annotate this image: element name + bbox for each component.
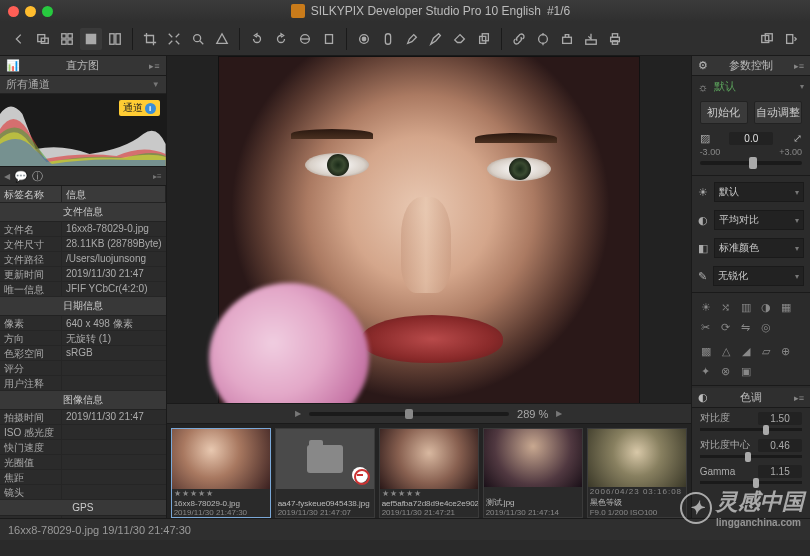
exposure-value[interactable]: 0.0 [729, 132, 773, 145]
thumbnail-1[interactable]: aa47-fyskeue0945438.jpg 2019/11/30 21:47… [275, 428, 375, 518]
thumbnail-4[interactable]: 2006/04/23 03:16:08 黑色等级 F9.0 1/200 ISO1… [587, 428, 687, 518]
thumb-stars [276, 489, 374, 499]
right-panel: ⚙ 参数控制 ▸≡ ☼ 默认 ▾ 初始化 自动调整 ▨ 0.0 ⤢ -3.00 … [691, 56, 810, 518]
statusbar: 16xx8-78029-0.jpg 19/11/30 21:47:30 [0, 518, 810, 540]
tool-wb[interactable]: ◑ [758, 299, 774, 315]
print-button[interactable] [604, 28, 626, 50]
exposure-min: -3.00 [700, 147, 721, 157]
metadata-header-row: 标签名称 信息 [0, 186, 166, 203]
grid-tool-button[interactable] [56, 28, 78, 50]
spot-tool-button[interactable] [353, 28, 375, 50]
zoom-end-icon[interactable]: ▶ [556, 409, 562, 418]
preset-row: ☼ 默认 ▾ [692, 76, 810, 97]
export-button[interactable] [556, 28, 578, 50]
image-canvas[interactable] [167, 56, 691, 403]
preview-button[interactable] [318, 28, 340, 50]
back-button[interactable] [8, 28, 30, 50]
tool-rotate[interactable]: ⟳ [718, 319, 734, 335]
contrast-center-value[interactable]: 0.46 [758, 439, 802, 452]
wb-row: ☀ 默认▾ [692, 178, 810, 206]
split-view-button[interactable] [104, 28, 126, 50]
healing-tool-button[interactable] [377, 28, 399, 50]
contrast-value[interactable]: 1.50 [758, 412, 802, 425]
tool-lens[interactable]: ◎ [758, 319, 774, 335]
tool-dust[interactable]: ⊗ [718, 363, 734, 379]
tool-chromatic[interactable]: ⊕ [778, 343, 794, 359]
tool-crop[interactable]: ✂ [698, 319, 714, 335]
expand-tool-button[interactable] [163, 28, 185, 50]
link-button[interactable] [508, 28, 530, 50]
tool-hsl[interactable]: ▦ [778, 299, 794, 315]
tool-brightness[interactable]: ☀ [698, 299, 714, 315]
minimize-button[interactable] [25, 6, 36, 17]
single-view-button[interactable] [80, 28, 102, 50]
tool-flip[interactable]: ⇋ [738, 319, 754, 335]
info-icon: i [145, 103, 156, 114]
filmstrip: ★★★★★ 16xx8-78029-0.jpg 2019/11/30 21:47… [167, 423, 691, 518]
crop-tool-button[interactable] [139, 28, 161, 50]
col-val-header: 信息 [62, 186, 166, 202]
preset-label[interactable]: 默认 [714, 79, 794, 94]
rotate-left-button[interactable] [270, 28, 292, 50]
selection-tool-button[interactable] [32, 28, 54, 50]
svg-rect-31 [787, 34, 793, 43]
panel-menu-button-2[interactable]: ▸≡ [153, 172, 162, 181]
exposure-expand-icon[interactable]: ⤢ [793, 132, 802, 145]
comment-icon[interactable]: 💬 [14, 170, 28, 183]
maximize-button[interactable] [42, 6, 53, 17]
wb-combo[interactable]: 默认▾ [714, 182, 804, 202]
close-button[interactable] [8, 6, 19, 17]
thumbnail-3[interactable]: 测试.jpg 2019/11/30 21:47:14 [483, 428, 583, 518]
contrast-center-slider[interactable] [700, 455, 802, 458]
thumbnail-2[interactable]: ★★★★★ aef5afba72d8d9e4ce2e9027 2019/11/3… [379, 428, 479, 518]
contrast-combo[interactable]: 平均对比▾ [714, 210, 804, 230]
contrast-slider[interactable] [700, 428, 802, 431]
tool-output[interactable]: ▣ [738, 363, 754, 379]
tool-vignette[interactable]: ◢ [738, 343, 754, 359]
tool-noise[interactable]: ▩ [698, 343, 714, 359]
contrast-icon: ◐ [698, 214, 708, 227]
thumbnail-0[interactable]: ★★★★★ 16xx8-78029-0.jpg 2019/11/30 21:47… [171, 428, 271, 518]
svg-rect-2 [62, 33, 66, 37]
level-tool-button[interactable] [294, 28, 316, 50]
brush2-tool-button[interactable] [425, 28, 447, 50]
tool-effect[interactable]: ✦ [698, 363, 714, 379]
tool-levels[interactable]: ▥ [738, 299, 754, 315]
tool-distort[interactable]: ▱ [758, 343, 774, 359]
init-button[interactable]: 初始化 [700, 101, 748, 124]
sharp-combo[interactable]: 无锐化▾ [713, 266, 804, 286]
panel-menu-button-3[interactable]: ▸≡ [794, 61, 804, 71]
search-button[interactable] [187, 28, 209, 50]
svg-rect-8 [116, 33, 120, 44]
channel-selector[interactable]: 所有通道 ▼ [0, 76, 166, 94]
panel-menu-button[interactable]: ▸≡ [149, 61, 159, 71]
rotate-right-button[interactable] [246, 28, 268, 50]
svg-point-9 [194, 34, 201, 41]
tone-menu-button[interactable]: ▸≡ [794, 393, 804, 403]
folder-icon [307, 445, 343, 473]
svg-rect-4 [62, 39, 66, 43]
color-combo[interactable]: 标准颜色▾ [714, 238, 804, 258]
zoom-start-icon[interactable]: ▶ [295, 409, 301, 418]
picker-button[interactable] [532, 28, 554, 50]
exposure-slider[interactable] [700, 161, 802, 165]
chevron-down-icon[interactable]: ▾ [800, 82, 804, 91]
save-button[interactable] [580, 28, 602, 50]
clone-tool-button[interactable] [473, 28, 495, 50]
exposure-lock-icon[interactable]: ▨ [700, 132, 710, 145]
gamma-slider[interactable] [700, 481, 802, 484]
warning-button[interactable] [211, 28, 233, 50]
tool-detail[interactable]: △ [718, 343, 734, 359]
brush-tool-button[interactable] [401, 28, 423, 50]
settings-dropdown-button[interactable] [780, 28, 802, 50]
eraser-tool-button[interactable] [449, 28, 471, 50]
contrast-center-label: 对比度中心 [700, 438, 752, 452]
gamma-value[interactable]: 1.15 [758, 465, 802, 478]
zoom-slider[interactable] [309, 412, 509, 416]
gamma-param: Gamma 1.15 [692, 462, 810, 481]
layers-button[interactable] [756, 28, 778, 50]
auto-button[interactable]: 自动调整 [754, 101, 802, 124]
tool-curves[interactable]: ⤭ [718, 299, 734, 315]
info-button[interactable]: ⓘ [32, 169, 43, 184]
prev-button[interactable]: ◀ [4, 172, 10, 181]
